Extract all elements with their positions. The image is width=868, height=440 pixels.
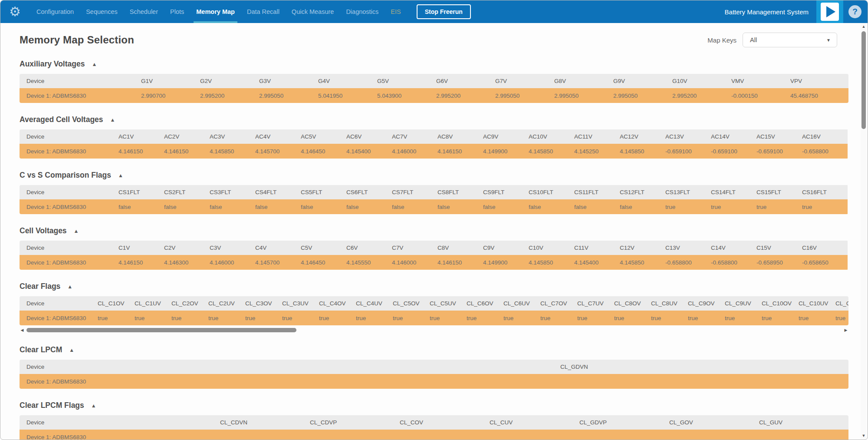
column-header-ac3v: AC3V [210,129,255,144]
value-cell [490,430,579,440]
data-table: DeviceAC1VAC2VAC3VAC4VAC5VAC6VAC7VAC8VAC… [20,129,848,159]
column-header-g6v: G6V [436,74,495,88]
value-cell: true [356,311,393,325]
table-container: DeviceAC1VAC2VAC3VAC4VAC5VAC6VAC7VAC8VAC… [20,129,848,159]
column-header-cl-c11ov: CL_C11OV [835,296,848,311]
column-header-cs2flt: CS2FLT [164,185,210,199]
scroll-left-icon[interactable]: ◀ [20,328,25,332]
column-header-cl-c7ov: CL_C7OV [540,296,577,311]
data-table: DeviceCL_C1OVCL_C1UVCL_C2OVCL_C2UVCL_C3O… [20,296,848,325]
value-cell: -0.658800 [711,255,756,270]
section-c-vs-s-comparison-flags: C vs S Comparison Flags▲DeviceCS1FLTCS2F… [20,171,848,214]
tab-memory-map[interactable]: Memory Map [190,0,241,23]
tab-label: Data Recall [247,8,279,15]
column-header-cl-gdvp: CL_GDVP [579,415,669,430]
tab-configuration[interactable]: Configuration [30,0,80,23]
scroll-down-icon[interactable]: ▼ [862,433,866,439]
collapse-arrow-icon[interactable]: ▲ [92,61,97,67]
horizontal-scrollbar-thumb[interactable] [26,328,296,332]
section-header-cell-voltages[interactable]: Cell Voltages▲ [20,226,848,235]
gear-icon[interactable]: ⚙ [9,5,21,18]
section-title: Averaged Cell Voltages [20,115,103,124]
table-row[interactable]: Device 1: ADBMS6830 [20,374,848,389]
table-row[interactable]: Device 1: ADBMS68304.1461504.1461504.145… [20,144,848,159]
value-cell: true [802,199,848,214]
column-header-c7v: C7V [392,241,437,255]
value-cell: true [208,311,245,325]
tab-scheduler[interactable]: Scheduler [124,0,164,23]
device-cell: Device 1: ADBMS6830 [20,88,141,103]
section-header-averaged-cell-voltages[interactable]: Averaged Cell Voltages▲ [20,115,848,124]
table-header-row: DeviceCL_CDVNCL_CDVPCL_COVCL_CUVCL_GDVPC… [20,415,848,430]
tab-sequences[interactable]: Sequences [80,0,124,23]
scroll-right-icon[interactable]: ▶ [843,328,848,332]
value-cell: 4.146150 [164,144,210,159]
section-title: Clear LPCM [20,345,62,354]
vertical-scrollbar-thumb[interactable] [861,31,866,129]
value-cell: true [430,311,467,325]
stop-freerun-button[interactable]: Stop Freerun [417,4,471,19]
column-header-device: Device [20,415,220,430]
column-header-c9v: C9V [483,241,529,255]
tab-plots[interactable]: Plots [164,0,190,23]
section-header-clear-lpcm[interactable]: Clear LPCM▲ [20,345,848,354]
collapse-arrow-icon[interactable]: ▲ [110,117,115,123]
vertical-scrollbar[interactable]: ▲ ▼ [861,23,867,439]
table-container: DeviceG1VG2VG3VG4VG5VG6VG7VG8VG9VG10VVMV… [20,74,848,103]
table-row[interactable]: Device 1: ADBMS6830falsefalsefalsefalsef… [20,199,848,214]
column-header-cl-guv: CL_GUV [759,415,848,430]
value-cell: -0.658950 [756,255,802,270]
column-header-g5v: G5V [377,74,436,88]
value-cell: true [540,311,577,325]
value-cell: 4.146300 [164,255,210,270]
table-row[interactable]: Device 1: ADBMS6830 [20,430,848,440]
nav-tabs: ConfigurationSequencesSchedulerPlotsMemo… [30,0,407,23]
tab-eis[interactable]: EIS [385,0,407,23]
tab-quick-measure[interactable]: Quick Measure [286,0,340,23]
collapse-arrow-icon[interactable]: ▲ [91,403,96,409]
column-header-cl-c6ov: CL_C6OV [467,296,503,311]
value-cell: 4.145850 [620,144,665,159]
scroll-up-icon[interactable]: ▲ [862,23,866,30]
horizontal-scrollbar-track[interactable] [25,328,843,333]
tab-label: Memory Map [196,8,235,15]
column-header-cs8flt: CS8FLT [437,185,483,199]
collapse-arrow-icon[interactable]: ▲ [74,228,79,234]
vertical-scrollbar-track[interactable] [861,30,867,433]
horizontal-scrollbar[interactable]: ◀▶ [20,327,848,333]
column-header-ac10v: AC10V [529,129,574,144]
data-table: DeviceC1VC2VC3VC4VC5VC6VC7VC8VC9VC10VC11… [20,241,848,270]
collapse-arrow-icon[interactable]: ▲ [118,172,123,179]
help-icon[interactable]: ? [848,5,861,18]
table-row[interactable]: Device 1: ADBMS68304.1461504.1463004.146… [20,255,848,270]
tab-label: Scheduler [130,8,158,15]
table-row[interactable]: Device 1: ADBMS68302.9907002.9952002.995… [20,88,848,103]
column-header-c6v: C6V [346,241,392,255]
table-row[interactable]: Device 1: ADBMS6830truetruetruetruetruet… [20,311,848,325]
column-header-cl-c10uv: CL_C10UV [799,296,835,311]
value-cell: 2.995050 [554,88,613,103]
value-cell: -0.658800 [802,144,848,159]
column-header-cl-c1uv: CL_C1UV [135,296,171,311]
play-button[interactable] [816,0,843,23]
collapse-arrow-icon[interactable]: ▲ [67,284,72,290]
column-header-c10v: C10V [529,241,574,255]
column-header-c3v: C3V [210,241,255,255]
section-header-c-vs-s-comparison-flags[interactable]: C vs S Comparison Flags▲ [20,171,848,180]
value-cell [310,430,400,440]
collapse-arrow-icon[interactable]: ▲ [69,347,74,353]
section-header-clear-lpcm-flags[interactable]: Clear LPCM Flags▲ [20,401,848,410]
value-cell: false [118,199,164,214]
tab-diagnostics[interactable]: Diagnostics [340,0,385,23]
section-clear-flags: Clear Flags▲DeviceCL_C1OVCL_C1UVCL_C2OVC… [20,282,848,333]
table-header-row: DeviceG1VG2VG3VG4VG5VG6VG7VG8VG9VG10VVMV… [20,74,848,88]
section-header-clear-flags[interactable]: Clear Flags▲ [20,282,848,291]
value-cell: false [574,199,620,214]
section-header-auxiliary-voltages[interactable]: Auxiliary Voltages▲ [20,60,848,69]
column-header-ac4v: AC4V [255,129,301,144]
column-header-ac1v: AC1V [118,129,164,144]
tab-data-recall[interactable]: Data Recall [241,0,286,23]
value-cell: 4.146450 [301,144,346,159]
column-header-cl-gdvn: CL_GDVN [560,360,848,374]
map-keys-dropdown[interactable]: All ▼ [743,33,837,47]
